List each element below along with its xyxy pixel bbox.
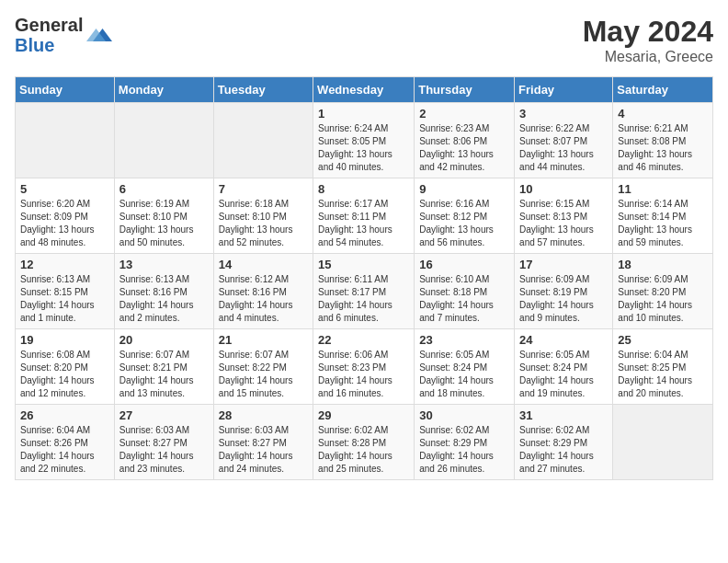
page-header: General Blue May 2024 Mesaria, Greece <box>15 15 713 65</box>
day-number: 3 <box>519 107 608 121</box>
day-info: Sunrise: 6:07 AM Sunset: 8:22 PM Dayligh… <box>219 349 308 400</box>
day-number: 18 <box>618 258 708 271</box>
day-info: Sunrise: 6:04 AM Sunset: 8:25 PM Dayligh… <box>618 349 708 400</box>
calendar-cell: 2Sunrise: 6:23 AM Sunset: 8:06 PM Daylig… <box>415 103 515 178</box>
day-info: Sunrise: 6:11 AM Sunset: 8:17 PM Dayligh… <box>318 273 409 325</box>
calendar-cell: 25Sunrise: 6:04 AM Sunset: 8:25 PM Dayli… <box>613 329 713 405</box>
column-header-saturday: Saturday <box>613 77 713 103</box>
day-number: 9 <box>419 182 509 196</box>
day-info: Sunrise: 6:17 AM Sunset: 8:11 PM Dayligh… <box>318 198 409 249</box>
calendar-cell: 17Sunrise: 6:09 AM Sunset: 8:19 PM Dayli… <box>515 254 613 329</box>
day-info: Sunrise: 6:06 AM Sunset: 8:23 PM Dayligh… <box>318 349 409 400</box>
day-info: Sunrise: 6:14 AM Sunset: 8:14 PM Dayligh… <box>618 198 708 249</box>
calendar-cell: 16Sunrise: 6:10 AM Sunset: 8:18 PM Dayli… <box>415 254 515 329</box>
calendar-cell: 29Sunrise: 6:02 AM Sunset: 8:28 PM Dayli… <box>313 405 415 480</box>
day-number: 14 <box>219 258 308 271</box>
day-number: 6 <box>119 182 209 196</box>
calendar-cell: 19Sunrise: 6:08 AM Sunset: 8:20 PM Dayli… <box>16 329 115 405</box>
calendar-cell: 13Sunrise: 6:13 AM Sunset: 8:16 PM Dayli… <box>114 254 213 329</box>
calendar-cell: 14Sunrise: 6:12 AM Sunset: 8:16 PM Dayli… <box>213 254 313 329</box>
month-year: May 2024 <box>583 15 713 49</box>
day-number: 8 <box>318 182 409 196</box>
day-info: Sunrise: 6:13 AM Sunset: 8:15 PM Dayligh… <box>20 273 109 325</box>
calendar-week-row: 5Sunrise: 6:20 AM Sunset: 8:09 PM Daylig… <box>16 178 713 254</box>
day-info: Sunrise: 6:20 AM Sunset: 8:09 PM Dayligh… <box>20 198 109 249</box>
location: Mesaria, Greece <box>583 49 713 65</box>
day-info: Sunrise: 6:19 AM Sunset: 8:10 PM Dayligh… <box>119 198 209 249</box>
day-number: 10 <box>519 182 608 196</box>
day-number: 20 <box>119 333 209 347</box>
calendar-cell: 11Sunrise: 6:14 AM Sunset: 8:14 PM Dayli… <box>613 178 713 254</box>
column-header-wednesday: Wednesday <box>313 77 415 103</box>
calendar-week-row: 19Sunrise: 6:08 AM Sunset: 8:20 PM Dayli… <box>16 329 713 405</box>
calendar-cell: 10Sunrise: 6:15 AM Sunset: 8:13 PM Dayli… <box>515 178 613 254</box>
calendar-cell: 21Sunrise: 6:07 AM Sunset: 8:22 PM Dayli… <box>213 329 313 405</box>
day-number: 19 <box>20 333 109 347</box>
day-info: Sunrise: 6:02 AM Sunset: 8:29 PM Dayligh… <box>519 424 608 476</box>
calendar-cell <box>114 103 213 178</box>
calendar-cell: 8Sunrise: 6:17 AM Sunset: 8:11 PM Daylig… <box>313 178 415 254</box>
day-number: 2 <box>419 107 509 121</box>
day-number: 22 <box>318 333 409 347</box>
calendar-cell: 18Sunrise: 6:09 AM Sunset: 8:20 PM Dayli… <box>613 254 713 329</box>
logo-general-text: General <box>15 15 83 35</box>
day-info: Sunrise: 6:02 AM Sunset: 8:29 PM Dayligh… <box>419 424 509 476</box>
day-info: Sunrise: 6:24 AM Sunset: 8:05 PM Dayligh… <box>318 122 409 174</box>
day-info: Sunrise: 6:10 AM Sunset: 8:18 PM Dayligh… <box>419 273 509 325</box>
calendar-cell: 3Sunrise: 6:22 AM Sunset: 8:07 PM Daylig… <box>515 103 613 178</box>
calendar-cell: 15Sunrise: 6:11 AM Sunset: 8:17 PM Dayli… <box>313 254 415 329</box>
calendar-cell: 9Sunrise: 6:16 AM Sunset: 8:12 PM Daylig… <box>415 178 515 254</box>
day-info: Sunrise: 6:09 AM Sunset: 8:20 PM Dayligh… <box>618 273 708 325</box>
day-number: 15 <box>318 258 409 271</box>
calendar-cell: 31Sunrise: 6:02 AM Sunset: 8:29 PM Dayli… <box>515 405 613 480</box>
calendar-cell: 26Sunrise: 6:04 AM Sunset: 8:26 PM Dayli… <box>16 405 115 480</box>
day-info: Sunrise: 6:04 AM Sunset: 8:26 PM Dayligh… <box>20 424 109 476</box>
day-info: Sunrise: 6:15 AM Sunset: 8:13 PM Dayligh… <box>519 198 608 249</box>
day-number: 4 <box>618 107 708 121</box>
calendar-table: SundayMondayTuesdayWednesdayThursdayFrid… <box>15 76 713 480</box>
calendar-cell: 20Sunrise: 6:07 AM Sunset: 8:21 PM Dayli… <box>114 329 213 405</box>
calendar-cell <box>613 405 713 480</box>
calendar-cell: 12Sunrise: 6:13 AM Sunset: 8:15 PM Dayli… <box>16 254 115 329</box>
day-info: Sunrise: 6:05 AM Sunset: 8:24 PM Dayligh… <box>519 349 608 400</box>
column-header-friday: Friday <box>515 77 613 103</box>
day-info: Sunrise: 6:07 AM Sunset: 8:21 PM Dayligh… <box>119 349 209 400</box>
day-number: 5 <box>20 182 109 196</box>
calendar-cell: 7Sunrise: 6:18 AM Sunset: 8:10 PM Daylig… <box>213 178 313 254</box>
logo-blue-text: Blue <box>15 35 83 55</box>
calendar-cell: 23Sunrise: 6:05 AM Sunset: 8:24 PM Dayli… <box>415 329 515 405</box>
day-number: 21 <box>219 333 308 347</box>
column-header-tuesday: Tuesday <box>213 77 313 103</box>
day-info: Sunrise: 6:21 AM Sunset: 8:08 PM Dayligh… <box>618 122 708 174</box>
calendar-week-row: 26Sunrise: 6:04 AM Sunset: 8:26 PM Dayli… <box>16 405 713 480</box>
day-number: 27 <box>119 408 209 422</box>
day-number: 24 <box>519 333 608 347</box>
day-number: 16 <box>419 258 509 271</box>
day-number: 30 <box>419 408 509 422</box>
calendar-cell: 22Sunrise: 6:06 AM Sunset: 8:23 PM Dayli… <box>313 329 415 405</box>
day-number: 29 <box>318 408 409 422</box>
day-info: Sunrise: 6:12 AM Sunset: 8:16 PM Dayligh… <box>219 273 308 325</box>
day-info: Sunrise: 6:22 AM Sunset: 8:07 PM Dayligh… <box>519 122 608 174</box>
calendar-cell: 1Sunrise: 6:24 AM Sunset: 8:05 PM Daylig… <box>313 103 415 178</box>
day-info: Sunrise: 6:18 AM Sunset: 8:10 PM Dayligh… <box>219 198 308 249</box>
column-header-thursday: Thursday <box>415 77 515 103</box>
calendar-cell: 6Sunrise: 6:19 AM Sunset: 8:10 PM Daylig… <box>114 178 213 254</box>
day-info: Sunrise: 6:05 AM Sunset: 8:24 PM Dayligh… <box>419 349 509 400</box>
day-info: Sunrise: 6:03 AM Sunset: 8:27 PM Dayligh… <box>219 424 308 476</box>
calendar-cell: 27Sunrise: 6:03 AM Sunset: 8:27 PM Dayli… <box>114 405 213 480</box>
day-number: 31 <box>519 408 608 422</box>
day-info: Sunrise: 6:13 AM Sunset: 8:16 PM Dayligh… <box>119 273 209 325</box>
column-header-sunday: Sunday <box>16 77 115 103</box>
calendar-cell: 30Sunrise: 6:02 AM Sunset: 8:29 PM Dayli… <box>415 405 515 480</box>
logo-icon <box>86 22 112 48</box>
day-number: 7 <box>219 182 308 196</box>
title-block: May 2024 Mesaria, Greece <box>583 15 713 65</box>
calendar-header-row: SundayMondayTuesdayWednesdayThursdayFrid… <box>16 77 713 103</box>
day-info: Sunrise: 6:08 AM Sunset: 8:20 PM Dayligh… <box>20 349 109 400</box>
day-number: 1 <box>318 107 409 121</box>
column-header-monday: Monday <box>114 77 213 103</box>
calendar-cell: 4Sunrise: 6:21 AM Sunset: 8:08 PM Daylig… <box>613 103 713 178</box>
calendar-cell: 24Sunrise: 6:05 AM Sunset: 8:24 PM Dayli… <box>515 329 613 405</box>
day-info: Sunrise: 6:09 AM Sunset: 8:19 PM Dayligh… <box>519 273 608 325</box>
